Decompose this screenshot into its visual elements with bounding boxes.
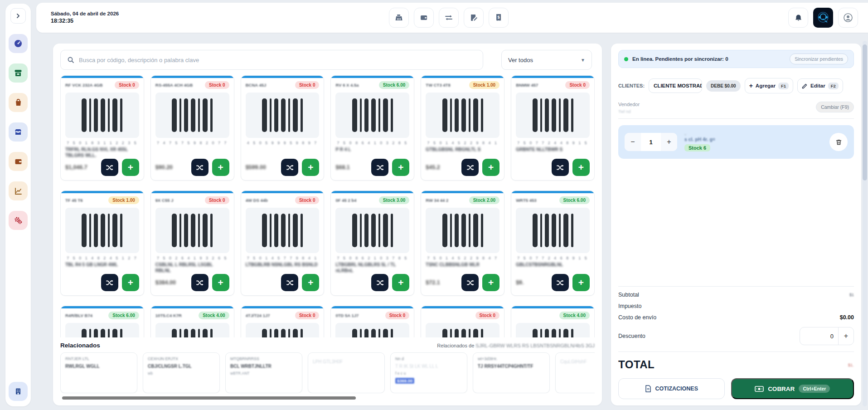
sidebar-item-branches[interactable]	[9, 382, 28, 401]
edit-client-button[interactable]: Editar F2	[797, 78, 843, 93]
sidebar-item-dashboard[interactable]	[9, 34, 28, 53]
product-variants-button[interactable]	[101, 274, 118, 291]
related-card[interactable]: wt+3d3tHr. TJ RRSY44TCP4GHNT/TF	[473, 352, 550, 393]
product-card[interactable]: BCNA 45J Stock 0 4 5 0 5 9 9 9 5 9 8 9 7…	[241, 75, 325, 181]
product-stock-badge: Stock 0	[115, 81, 139, 89]
add-to-cart-button[interactable]: +	[392, 274, 409, 291]
add-to-cart-button[interactable]: +	[302, 274, 319, 291]
vendor-name: Twl nd	[618, 109, 640, 114]
product-card[interactable]: 9X C55 J Stock 0 7 5 0 2 6 4 1 9 3 2 6 5…	[150, 190, 234, 296]
product-card[interactable]: BNMW 457 Stock 0 7 5 0 7 7 2 4 4 8 9 1 5…	[511, 75, 595, 181]
sidebar-item-settings[interactable]	[9, 211, 28, 230]
profile-button[interactable]	[838, 8, 858, 28]
sidebar-item-wallet[interactable]	[9, 152, 28, 171]
related-card[interactable]: CquLGtHshF	[555, 352, 595, 393]
vendor-label: Vendedor	[618, 102, 640, 107]
cash-register-button[interactable]	[389, 8, 409, 28]
product-stock-badge: Stock 6.00	[108, 312, 139, 319]
product-variants-button[interactable]	[281, 274, 298, 291]
product-card[interactable]: RW 34 44 2 Stock 2.00 7 5 0 1 4 5 2 2 9 …	[421, 190, 504, 296]
page-scrollbar[interactable]	[863, 41, 867, 406]
product-stock-badge: Stock 1.00	[108, 196, 139, 204]
discount-input[interactable]	[800, 333, 838, 340]
product-card[interactable]: WRT5 453 Stock 6.00 7 5 0 7 7 2 4 6 8 9 …	[511, 190, 595, 296]
product-barcode-image	[65, 93, 139, 138]
related-card[interactable]: Nn d T R tK St LK WL LL L f e c u $369.0…	[390, 352, 467, 393]
product-card[interactable]: 4TJ/T24 1J7 Stock 0 +	[241, 306, 325, 337]
product-card[interactable]: TW CT3 4T8 Stock 1.00 7 5 0 1 4 5 2 2 9 …	[421, 75, 504, 181]
product-card[interactable]: RF VCK 232A 4GB Stock 0 7 5 0 1 8 3 1 1 …	[60, 75, 144, 181]
shuffle-icon	[556, 279, 564, 286]
related-card[interactable]: RNTJER LTL RWLRGL WGLL	[60, 352, 137, 393]
cart-item-meta: v	[684, 132, 715, 137]
discount-plus-button[interactable]: +	[838, 327, 853, 345]
add-to-cart-button[interactable]: +	[572, 159, 590, 176]
product-variants-button[interactable]	[552, 159, 569, 176]
product-card[interactable]: 4W DS 44b Stock 0 7 5 0 1 4 5 7 7 9 8 4 …	[241, 190, 325, 296]
product-barcode-image	[335, 323, 409, 337]
product-variants-button[interactable]	[552, 274, 569, 291]
product-card[interactable]: Stock 4.00 +	[511, 306, 595, 337]
product-variants-button[interactable]	[461, 274, 479, 291]
notifications-button[interactable]	[788, 8, 808, 28]
charge-button[interactable]: COBRAR Ctrl+Enter	[731, 378, 854, 399]
product-variants-button[interactable]	[371, 159, 388, 176]
search-input[interactable]	[79, 57, 476, 63]
qty-increase-button[interactable]: +	[661, 133, 677, 151]
product-stock-badge: Stock 0	[475, 312, 500, 319]
change-vendor-button[interactable]: Cambiar (F9)	[816, 102, 854, 112]
add-to-cart-button[interactable]: +	[482, 159, 499, 176]
add-to-cart-button[interactable]: +	[122, 159, 139, 176]
related-scrollbar[interactable]	[60, 396, 595, 400]
add-to-cart-button[interactable]: +	[482, 274, 499, 291]
transfers-button[interactable]	[439, 8, 459, 28]
product-variants-button[interactable]	[191, 274, 209, 291]
add-to-cart-button[interactable]: +	[572, 274, 590, 291]
quotes-button[interactable]: COTIZACIONES	[618, 378, 725, 399]
related-scrollbar-thumb[interactable]	[62, 396, 356, 400]
filter-select[interactable]: Ver todos ▼	[501, 50, 592, 70]
related-card[interactable]: MTQBRNRRSS BCL WRBTJNLLTR wBTR.ANT	[225, 352, 302, 393]
product-card[interactable]: 10T5.C4 K7R Stock 4.00 +	[150, 306, 234, 337]
sidebar-item-reports[interactable]	[9, 181, 28, 200]
product-code: RW 34 44 2	[426, 198, 448, 203]
support-avatar[interactable]	[813, 8, 833, 28]
product-variants-button[interactable]	[461, 159, 479, 176]
product-variants-button[interactable]	[101, 159, 118, 176]
product-variants-button[interactable]	[281, 159, 298, 176]
sidebar-expand-button[interactable]	[10, 8, 26, 24]
sync-pending-button[interactable]: Sincronizar pendientes	[790, 54, 848, 64]
add-to-cart-button[interactable]: +	[212, 159, 229, 176]
online-status-dot	[624, 57, 628, 61]
card-wallet-button[interactable]	[414, 8, 434, 28]
related-card[interactable]: LPH GTL3H0F	[308, 352, 385, 393]
add-to-cart-button[interactable]: +	[392, 159, 409, 176]
product-variants-button[interactable]	[191, 159, 209, 176]
sidebar-item-purchases[interactable]	[9, 93, 28, 112]
add-to-cart-button[interactable]: +	[122, 274, 139, 291]
shuffle-icon	[556, 164, 564, 171]
notes-edit-button[interactable]	[464, 8, 484, 28]
product-card[interactable]: TF 45 T6 Stock 1.00 7 5 0 1 4 8 2 4 5 1 …	[60, 190, 144, 296]
qty-decrease-button[interactable]: −	[625, 133, 641, 151]
product-variants-button[interactable]	[371, 274, 388, 291]
client-selector[interactable]: CLIENTE MOSTRADOR	[649, 78, 702, 93]
remove-item-button[interactable]	[829, 133, 848, 151]
related-card[interactable]: CEXHJN ERJTX CBJ/CLNGSR L.TGL wb	[143, 352, 220, 393]
add-client-button[interactable]: + Agregar F1	[745, 78, 793, 93]
product-card[interactable]: R4R/BLV B74 Stock 6.00 +	[60, 306, 144, 337]
add-to-cart-button[interactable]: +	[212, 274, 229, 291]
sidebar-item-inventory[interactable]	[9, 122, 28, 142]
product-card[interactable]: RS-455A 4CH 4GB Stock 0 7 4 7 5 7 5 9 8 …	[150, 75, 234, 181]
page-scrollbar-thumb[interactable]	[863, 44, 867, 181]
add-to-cart-button[interactable]: +	[302, 159, 319, 176]
sidebar-item-store[interactable]	[9, 63, 28, 83]
product-card[interactable]: RV 6 X 4.5a Stock 6.00 7 5 0 8 6 4 1 0 3…	[330, 75, 414, 181]
product-card[interactable]: 0TD 5A 1J7 Stock 0 +	[330, 306, 414, 337]
client-debt-badge: DEBE $0.00	[706, 80, 741, 92]
product-name	[246, 147, 320, 158]
product-barcode-image	[155, 323, 229, 337]
sales-receipt-button[interactable]: $	[489, 8, 509, 28]
product-card[interactable]: Stock 0 +	[421, 306, 504, 337]
product-card[interactable]: 0F 45 2 b4 Stock 3.00 7 5 0 8 6 2 1 0 3 …	[330, 190, 414, 296]
